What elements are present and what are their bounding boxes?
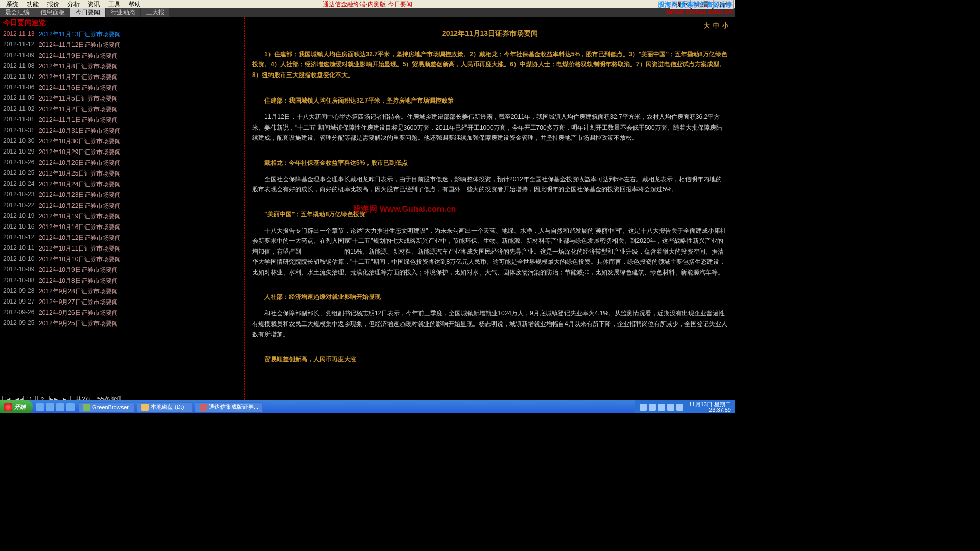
news-date: 2012-11-13	[3, 30, 39, 39]
section-body: 十八大报告专门辟出一个章节，论述"大力推进生态文明建设"，为未来勾画出一个天蓝、…	[252, 226, 728, 278]
news-item[interactable]: 2012-09-282012年9月28日证券市场要闻	[0, 286, 244, 297]
news-list-pane: 今日要闻速览 2012-11-132012年11月13日证券市场要闻2012-1…	[0, 17, 245, 405]
tray-icon[interactable]	[649, 404, 656, 411]
article-pane: 大中小 2012年11月13日证券市场要闻 1）住建部：我国城镇人均住房面积达3…	[245, 17, 735, 405]
tab-今日要闻[interactable]: 今日要闻	[70, 8, 105, 17]
fontsize-中[interactable]: 中	[713, 22, 719, 29]
news-date: 2012-10-09	[3, 266, 39, 274]
section-body: 全国社会保障基金理事会理事长戴相龙昨日表示，由于目前股市低迷，影响整体投资，预计…	[252, 174, 728, 195]
menu-帮助[interactable]: 帮助	[125, 1, 145, 8]
news-item[interactable]: 2012-09-252012年9月25日证券市场要闻	[0, 318, 244, 329]
news-item[interactable]: 2012-11-122012年11月12日证券市场要闻	[0, 40, 244, 51]
news-title: 2012年10月22日证券市场要闻	[39, 202, 121, 210]
menu-items: 系统功能报价分析资讯工具帮助	[2, 0, 145, 9]
taskbar-task[interactable]: 本地磁盘 (D:)	[137, 402, 193, 412]
taskbar-task[interactable]: GreenBrowser	[79, 402, 135, 412]
menu-资讯[interactable]: 资讯	[84, 1, 104, 8]
news-item[interactable]: 2012-11-012012年11月1日证券市场要闻	[0, 115, 244, 126]
article-summary: 1）住建部：我国城镇人均住房面积达32.7平米，坚持房地产市场调控政策。2）戴相…	[252, 49, 728, 80]
tab-信息面板[interactable]: 信息面板	[35, 8, 70, 17]
ql-icon[interactable]	[56, 403, 64, 411]
tray-icon[interactable]	[676, 404, 683, 411]
news-item[interactable]: 2012-09-272012年9月27日证券市场要闻	[0, 297, 244, 308]
task-icon	[200, 404, 207, 411]
news-item[interactable]: 2012-10-102012年10月10日证券市场要闻	[0, 254, 244, 265]
news-item[interactable]: 2012-11-092012年11月9日证券市场要闻	[0, 51, 244, 61]
news-item[interactable]: 2012-10-122012年10月12日证券市场要闻	[0, 233, 244, 243]
news-date: 2012-11-08	[3, 62, 39, 71]
news-item[interactable]: 2012-10-312012年10月31日证券市场要闻	[0, 126, 244, 136]
news-title: 2012年9月27日证券市场要闻	[39, 298, 118, 307]
news-item[interactable]: 2012-10-232012年10月23日证券市场要闻	[0, 190, 244, 201]
news-title: 2012年10月9日证券市场要闻	[39, 266, 118, 274]
menu-系统[interactable]: 系统	[2, 1, 22, 8]
news-item[interactable]: 2012-10-162012年10月16日证券市场要闻	[0, 222, 244, 233]
news-item[interactable]: 2012-11-132012年11月13日证券市场要闻	[0, 29, 244, 40]
news-date: 2012-10-22	[3, 202, 39, 210]
article-title: 2012年11月13日证券市场要闻	[252, 28, 728, 40]
task-icon	[141, 404, 149, 411]
news-date: 2012-11-05	[3, 94, 39, 103]
menu-分析[interactable]: 分析	[63, 1, 84, 8]
tab-晨会汇编[interactable]: 晨会汇编	[0, 8, 35, 17]
menu-报价[interactable]: 报价	[43, 1, 63, 8]
start-button[interactable]: 开始	[0, 400, 33, 413]
taskbar: 开始 GreenBrowser本地磁盘 (D:)通达信集成版证券... 11月1…	[0, 400, 735, 413]
ql-icon[interactable]	[36, 403, 44, 411]
news-date: 2012-10-11	[3, 244, 39, 253]
news-item[interactable]: 2012-10-112012年10月11日证券市场要闻	[0, 243, 244, 254]
tab-行业动态[interactable]: 行业动态	[106, 8, 140, 17]
fontsize-小[interactable]: 小	[722, 22, 728, 29]
section-title: 戴相龙：今年社保基金收益率料达5%，股市已到低点	[252, 158, 728, 168]
news-date: 2012-09-28	[3, 287, 39, 296]
news-title: 2012年10月11日证券市场要闻	[39, 244, 121, 253]
news-date: 2012-10-30	[3, 137, 39, 146]
news-date: 2012-11-09	[3, 52, 39, 60]
ql-icon[interactable]	[66, 403, 75, 411]
news-item[interactable]: 2012-10-292012年10月29日证券市场要闻	[0, 147, 244, 158]
ql-icon[interactable]	[46, 403, 54, 411]
news-title: 2012年10月19日证券市场要闻	[39, 212, 121, 221]
article-section: 戴相龙：今年社保基金收益率料达5%，股市已到低点全国社会保障基金理事会理事长戴相…	[252, 158, 728, 195]
news-item[interactable]: 2012-10-262012年10月26日证券市场要闻	[0, 158, 244, 168]
news-date: 2012-10-10	[3, 255, 39, 264]
news-title: 2012年10月26日证券市场要闻	[39, 159, 121, 167]
news-date: 2012-10-31	[3, 127, 39, 135]
news-title: 2012年10月29日证券市场要闻	[39, 148, 121, 157]
news-title: 2012年11月7日证券市场要闻	[39, 73, 118, 82]
tab-三大报[interactable]: 三大报	[141, 8, 169, 17]
tray-icon[interactable]	[640, 404, 647, 411]
news-date: 2012-11-06	[3, 84, 39, 92]
tray-icon[interactable]	[667, 404, 674, 411]
news-title: 2012年11月8日证券市场要闻	[39, 62, 118, 71]
taskbar-task[interactable]: 通达信集成版证券...	[195, 402, 263, 412]
tray-icon[interactable]	[658, 404, 665, 411]
news-title: 2012年11月13日证券市场要闻	[39, 30, 121, 39]
news-title: 2012年10月31日证券市场要闻	[39, 127, 121, 135]
news-title: 2012年10月12日证券市场要闻	[39, 234, 121, 242]
menu-功能[interactable]: 功能	[22, 1, 43, 8]
windows-icon	[4, 403, 12, 411]
news-item[interactable]: 2012-10-192012年10月19日证券市场要闻	[0, 211, 244, 222]
news-title: 2012年9月26日证券市场要闻	[39, 309, 118, 317]
news-item[interactable]: 2012-10-082012年10月8日证券市场要闻	[0, 276, 244, 286]
news-date: 2012-10-25	[3, 169, 39, 178]
news-item[interactable]: 2012-11-022012年11月2日证券市场要闻	[0, 104, 244, 115]
news-item[interactable]: 2012-10-092012年10月9日证券市场要闻	[0, 265, 244, 276]
news-title: 2012年9月25日证券市场要闻	[39, 319, 118, 328]
news-item[interactable]: 2012-11-072012年11月7日证券市场要闻	[0, 72, 244, 83]
news-item[interactable]: 2012-09-262012年9月26日证券市场要闻	[0, 308, 244, 318]
news-item[interactable]: 2012-11-062012年11月6日证券市场要闻	[0, 83, 244, 93]
news-item[interactable]: 2012-10-302012年10月30日证券市场要闻	[0, 136, 244, 147]
news-item[interactable]: 2012-10-252012年10月25日证券市场要闻	[0, 168, 244, 179]
news-item[interactable]: 2012-10-242012年10月24日证券市场要闻	[0, 179, 244, 190]
news-title: 2012年10月10日证券市场要闻	[39, 255, 121, 264]
news-item[interactable]: 2012-11-082012年11月8日证券市场要闻	[0, 61, 244, 72]
news-item[interactable]: 2012-10-222012年10月22日证券市场要闻	[0, 201, 244, 211]
news-list-title: 今日要闻速览	[0, 17, 244, 29]
menu-工具[interactable]: 工具	[104, 1, 125, 8]
news-title: 2012年10月16日证券市场要闻	[39, 223, 121, 232]
section-title: 贸易顺差创新高，人民币再度大涨	[252, 354, 728, 364]
news-item[interactable]: 2012-11-052012年11月5日证券市场要闻	[0, 93, 244, 104]
fontsize-大[interactable]: 大	[704, 22, 710, 29]
